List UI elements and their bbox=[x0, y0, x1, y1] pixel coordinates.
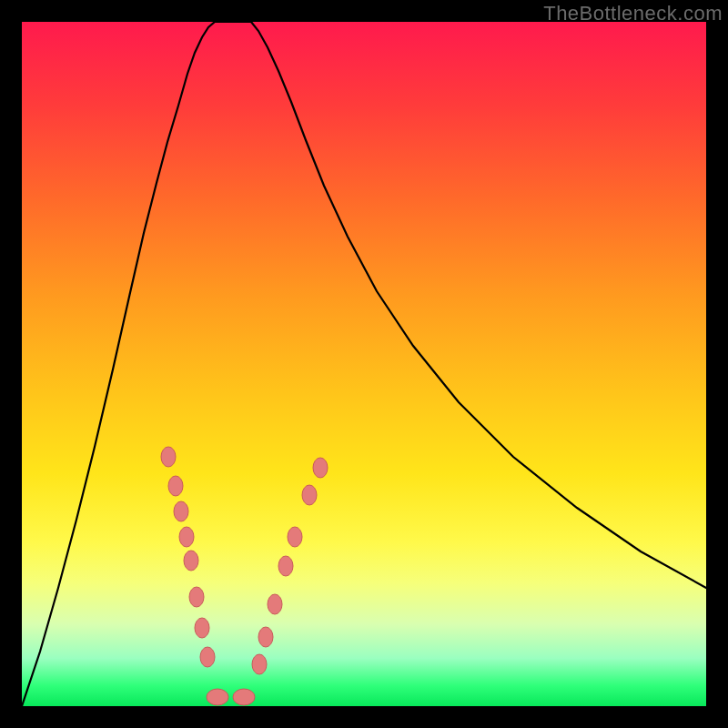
chart-frame bbox=[22, 22, 706, 706]
curve-marker bbox=[174, 501, 188, 521]
curve-marker bbox=[233, 689, 255, 705]
curve-group bbox=[22, 22, 706, 706]
curve-marker bbox=[302, 485, 317, 505]
curve-marker bbox=[258, 627, 273, 647]
curve-marker bbox=[278, 556, 293, 576]
curve-marker bbox=[288, 527, 302, 547]
watermark-text: TheBottleneck.com bbox=[543, 2, 723, 25]
chart-svg bbox=[22, 22, 706, 706]
curve-marker bbox=[200, 647, 215, 667]
marker-group bbox=[161, 447, 328, 705]
curve-marker bbox=[252, 654, 267, 674]
bottleneck-curve bbox=[22, 22, 706, 706]
curve-marker bbox=[161, 447, 176, 467]
curve-marker bbox=[168, 476, 183, 496]
curve-marker bbox=[184, 551, 198, 571]
curve-marker bbox=[313, 458, 328, 478]
curve-marker bbox=[195, 618, 209, 638]
curve-marker bbox=[179, 527, 194, 547]
curve-marker bbox=[207, 689, 228, 705]
curve-marker bbox=[189, 587, 204, 607]
curve-marker bbox=[268, 594, 282, 614]
